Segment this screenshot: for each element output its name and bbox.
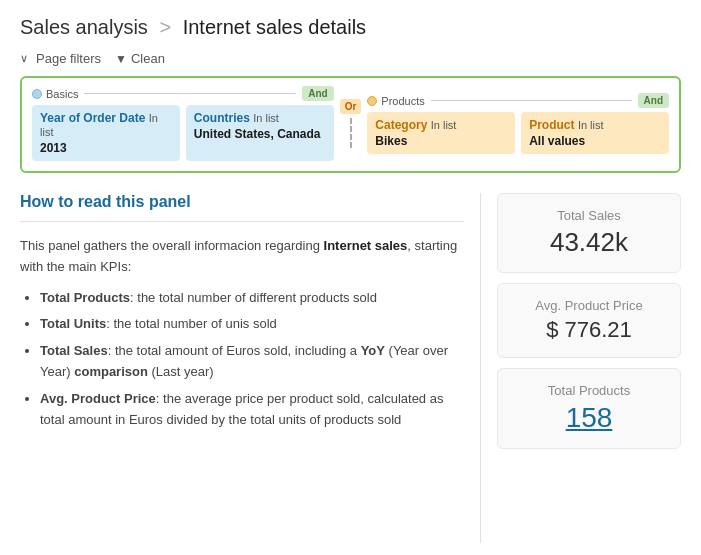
basics-items: Year of Order Date In list 2013 Countrie…	[32, 105, 334, 161]
kpi-total-sales-label: Total Sales	[514, 208, 664, 223]
filter-category[interactable]: Category In list Bikes	[367, 112, 515, 154]
filter-countries[interactable]: Countries In list United States, Canada	[186, 105, 334, 161]
filter-countries-label: Countries	[194, 111, 250, 125]
breadcrumb-separator: >	[159, 16, 171, 38]
filters-container: Basics And Year of Order Date In list 20…	[20, 76, 681, 173]
page-header: Sales analysis > Internet sales details	[0, 0, 701, 49]
filter-year[interactable]: Year of Order Date In list 2013	[32, 105, 180, 161]
basics-and-badge: And	[302, 86, 333, 101]
filter-category-value: Bikes	[375, 134, 507, 148]
filter-product-label: Product	[529, 118, 574, 132]
chevron-down-icon: ∨	[20, 52, 28, 65]
filter-group-basics: Basics And Year of Order Date In list 20…	[32, 86, 334, 161]
filter-year-label: Year of Order Date	[40, 111, 145, 125]
page-filters-label[interactable]: Page filters	[36, 51, 101, 66]
filters-toggle-row[interactable]: ∨ Page filters ▼ Clean	[20, 49, 681, 68]
products-header: Products And	[367, 93, 669, 108]
filter-category-type: In list	[431, 119, 457, 131]
total-sales-label: Total Sales	[40, 343, 108, 358]
or-badge: Or	[340, 99, 362, 114]
kpi-total-sales-value: 43.42k	[514, 227, 664, 258]
list-item: Total Sales: the total amount of Euros s…	[40, 341, 464, 383]
filter-product-type: In list	[578, 119, 604, 131]
filter-product[interactable]: Product In list All values	[521, 112, 669, 154]
panel-list: Total Products: the total number of diff…	[40, 288, 464, 431]
basics-header: Basics And	[32, 86, 334, 101]
list-item: Total Products: the total number of diff…	[40, 288, 464, 309]
products-line	[431, 100, 632, 101]
list-item: Avg. Product Price: the average price pe…	[40, 389, 464, 431]
basics-line	[84, 93, 296, 94]
filter-product-value: All values	[529, 134, 661, 148]
kpi-total-sales: Total Sales 43.42k	[497, 193, 681, 273]
products-dot	[367, 96, 377, 106]
breadcrumb-child: Internet sales details	[183, 16, 366, 38]
left-panel: How to read this panel This panel gather…	[20, 193, 481, 543]
kpi-total-products: Total Products 158	[497, 368, 681, 449]
total-units-label: Total Units	[40, 316, 106, 331]
main-content: How to read this panel This panel gather…	[0, 183, 701, 543]
kpi-avg-price-label: Avg. Product Price	[514, 298, 664, 313]
clean-label: Clean	[131, 51, 165, 66]
yoy-label: YoY	[361, 343, 385, 358]
filter-year-value: 2013	[40, 141, 172, 155]
products-title: Products	[381, 95, 424, 107]
or-connector: Or	[334, 99, 368, 148]
basics-title: Basics	[46, 88, 78, 100]
products-items: Category In list Bikes Product In list A…	[367, 112, 669, 154]
filter-countries-value: United States, Canada	[194, 127, 326, 141]
list-item: Total Units: the total number of unis so…	[40, 314, 464, 335]
total-products-label: Total Products	[40, 290, 130, 305]
clean-button[interactable]: ▼ Clean	[109, 49, 171, 68]
comparison-label: comparison	[74, 364, 148, 379]
avg-price-label: Avg. Product Price	[40, 391, 156, 406]
products-and-badge: And	[638, 93, 669, 108]
filters-section: ∨ Page filters ▼ Clean Basics And Year o…	[0, 49, 701, 183]
breadcrumb-parent[interactable]: Sales analysis	[20, 16, 148, 38]
filter-countries-type: In list	[253, 112, 279, 124]
internet-sales-bold: Internet sales	[324, 238, 408, 253]
connector-dashed-line	[350, 118, 352, 148]
filter-icon: ▼	[115, 52, 127, 66]
basics-dot	[32, 89, 42, 99]
panel-intro: This panel gathers the overall informaci…	[20, 236, 464, 278]
panel-title: How to read this panel	[20, 193, 464, 211]
kpi-avg-price-value: $ 776.21	[514, 317, 664, 343]
kpi-total-products-label: Total Products	[514, 383, 664, 398]
kpi-total-products-value[interactable]: 158	[514, 402, 664, 434]
right-panel: Total Sales 43.42k Avg. Product Price $ …	[481, 193, 681, 543]
filter-category-label: Category	[375, 118, 427, 132]
kpi-avg-price: Avg. Product Price $ 776.21	[497, 283, 681, 358]
filter-group-products: Products And Category In list Bikes Prod…	[367, 93, 669, 154]
panel-divider	[20, 221, 464, 222]
